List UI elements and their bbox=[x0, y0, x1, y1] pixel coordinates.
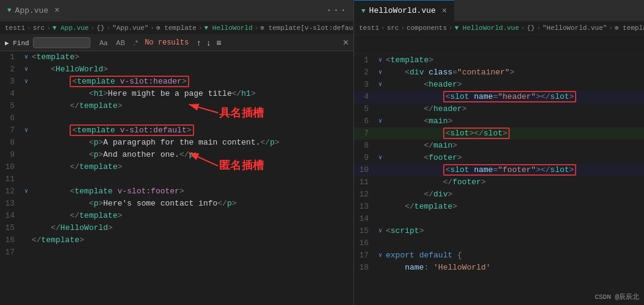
find-input[interactable] bbox=[37, 38, 86, 47]
code-line: 17 ∨ export default { bbox=[354, 249, 644, 262]
code-editor-left[interactable]: 1 ∨ <template> 2 ∨ <HelloWorld> 3 ∨ <tem… bbox=[0, 51, 353, 305]
code-line: 15 </HelloWorld> bbox=[0, 222, 353, 234]
code-line: 14 </template> bbox=[0, 210, 353, 222]
tab-appvue-close[interactable]: × bbox=[54, 5, 59, 15]
code-line: 11 bbox=[0, 173, 353, 185]
code-line: 14 bbox=[354, 213, 644, 225]
find-match-case[interactable]: Aa bbox=[96, 38, 110, 48]
find-no-results: No results bbox=[145, 38, 189, 47]
find-toggle[interactable]: ▶ Find bbox=[5, 39, 29, 47]
tab-dots-left[interactable]: ··· bbox=[320, 5, 353, 16]
code-line-3: 3 ∨ <template v-slot:header> bbox=[0, 76, 353, 88]
code-line: 15 ∨ <script> bbox=[354, 225, 644, 237]
find-nav: ↑ ↓ ≡ bbox=[195, 38, 223, 48]
tab-bar-right: ▼ HelloWorld.vue × bbox=[354, 0, 644, 21]
code-line: 9 ∨ <footer> bbox=[354, 152, 644, 164]
find-input-wrap bbox=[33, 37, 90, 48]
find-bar: ▶ Find Aa AB .* No results ↑ ↓ ≡ × bbox=[0, 35, 353, 51]
code-line: 9 <p>And another one.</p> bbox=[0, 149, 353, 161]
code-pane-right: 1 ∨ <template> 2 ∨ <div class="container… bbox=[354, 54, 644, 305]
code-line: 1 ∨ <template> bbox=[0, 51, 353, 63]
code-line: 6 ∨ <main> bbox=[354, 115, 644, 127]
code-line: 12 ∨ <template v-slot:footer> bbox=[0, 185, 353, 198]
code-line-r10: 10 <slot name="footer"></slot> bbox=[354, 164, 644, 176]
code-line: 12 </div> bbox=[354, 188, 644, 201]
find-next[interactable]: ↓ bbox=[204, 38, 212, 48]
code-line: 10 </template> bbox=[0, 161, 353, 173]
tab-helloworldvue[interactable]: ▼ HelloWorld.vue × bbox=[354, 0, 454, 21]
code-pane-left: 1 ∨ <template> 2 ∨ <HelloWorld> 3 ∨ <tem… bbox=[0, 51, 353, 305]
code-line-r7: 7 <slot></slot> bbox=[354, 127, 644, 140]
code-line: 18 name: 'HelloWorld' bbox=[354, 262, 644, 274]
code-line-7: 7 ∨ <template v-slot:default> bbox=[0, 124, 353, 137]
code-line: 13 <p>Here's some contact info</p> bbox=[0, 198, 353, 210]
code-line: 8 <p>A paragraph for the main content.</… bbox=[0, 137, 353, 149]
tab-bar-left: ▼ App.vue × ··· bbox=[0, 0, 353, 21]
find-options: Aa AB .* bbox=[96, 38, 142, 48]
code-line-r4: 4 <slot name="header"></slot> bbox=[354, 91, 644, 103]
tab-appvue-label: App.vue bbox=[15, 6, 49, 15]
vue-icon-right: ▼ bbox=[361, 7, 366, 15]
code-line: 4 <h1>Here might be a page title</h1> bbox=[0, 88, 353, 100]
code-line: 13 </template> bbox=[354, 201, 644, 213]
breadcrumb-right: test1 › src › components › ▼ HelloWorld.… bbox=[354, 21, 644, 35]
tab-appvue[interactable]: ▼ App.vue × bbox=[0, 0, 67, 21]
find-prev[interactable]: ↑ bbox=[195, 38, 203, 48]
code-line: 16 </template> bbox=[0, 234, 353, 246]
code-editor-right[interactable]: 1 ∨ <template> 2 ∨ <div class="container… bbox=[354, 54, 644, 305]
code-line: 5 </header> bbox=[354, 103, 644, 115]
code-line: 5 </template> bbox=[0, 100, 353, 112]
code-line: 11 </footer> bbox=[354, 176, 644, 188]
tab-helloworldvue-label: HelloWorld.vue bbox=[369, 6, 436, 15]
tab-helloworldvue-close[interactable]: × bbox=[442, 6, 447, 16]
breadcrumb-left: test1 › src › ▼ App.vue › {} › "App.vue"… bbox=[0, 21, 353, 35]
code-line: 2 ∨ <div class="container"> bbox=[354, 66, 644, 79]
code-line: 3 ∨ <header> bbox=[354, 79, 644, 91]
code-line: 16 bbox=[354, 237, 644, 249]
code-line: 2 ∨ <HelloWorld> bbox=[0, 63, 353, 76]
find-regex[interactable]: .* bbox=[131, 38, 141, 48]
find-lines[interactable]: ≡ bbox=[214, 38, 223, 48]
code-line: 17 bbox=[0, 246, 353, 259]
find-close-btn[interactable]: × bbox=[343, 37, 349, 48]
code-line: 8 </main> bbox=[354, 140, 644, 152]
code-line: 1 ∨ <template> bbox=[354, 54, 644, 66]
code-line: 6 bbox=[0, 112, 353, 124]
vue-icon-left: ▼ bbox=[7, 7, 12, 14]
find-whole-word[interactable]: AB bbox=[113, 38, 128, 48]
